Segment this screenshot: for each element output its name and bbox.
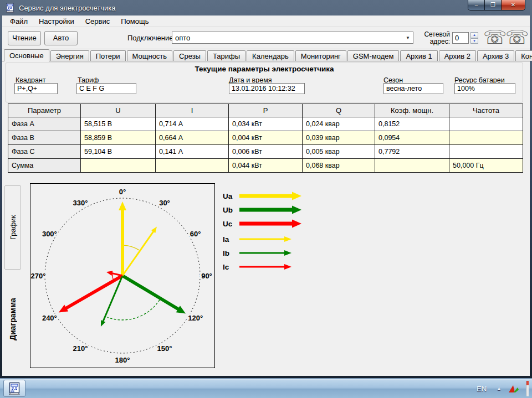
datetime-field[interactable]: [229, 83, 305, 94]
tray-pointer-icon[interactable]: [508, 383, 520, 394]
system-tray: EN ▲: [477, 379, 529, 398]
angle-label: 60°: [190, 230, 201, 238]
table-cell: [375, 159, 449, 173]
network-address-input[interactable]: [452, 32, 469, 44]
column-header: Q: [303, 104, 375, 117]
maximize-button[interactable]: ❐: [485, 0, 502, 10]
side-tab-diagramma[interactable]: Диаграмма: [3, 272, 22, 367]
menu-help[interactable]: Помощь: [115, 16, 154, 27]
spin-down-icon[interactable]: ▼: [470, 38, 478, 44]
vector-Ia: [122, 231, 154, 276]
table-cell: 0,141 А: [156, 145, 229, 159]
table-row: Фаза B58,859 В0,664 А0,004 кВт0,039 квар…: [8, 131, 523, 145]
main-tab-3[interactable]: Потери: [90, 50, 126, 61]
column-header: Коэф. мощн.: [375, 104, 449, 117]
table-cell: 0,006 кВт: [229, 145, 303, 159]
side-tab-grafik[interactable]: График: [4, 185, 21, 270]
table-cell: [156, 159, 229, 173]
angle-label: 270°: [31, 272, 46, 280]
table-cell: 0,004 кВт: [229, 131, 303, 145]
angle-label: 0°: [119, 188, 126, 196]
table-cell: 0,068 квар: [303, 159, 375, 173]
menu-settings[interactable]: Настройки: [33, 16, 80, 27]
main-tab-5[interactable]: Срезы: [173, 50, 206, 61]
season-field[interactable]: [383, 83, 443, 94]
table-cell: 58,859 В: [81, 131, 156, 145]
read-button[interactable]: Чтение: [8, 31, 41, 45]
taskbar-edge-item[interactable]: [526, 381, 529, 396]
taskbar-app-icon: [8, 382, 21, 395]
row-label: Фаза B: [8, 131, 81, 145]
main-tab-10[interactable]: Архив 1: [400, 50, 437, 61]
legend-item-Uc: Uc: [223, 219, 304, 229]
table-cell: 58,515 В: [81, 117, 156, 131]
table-cell: [449, 131, 523, 145]
language-indicator[interactable]: EN: [477, 385, 487, 393]
menu-file[interactable]: Файл: [4, 16, 33, 27]
main-tab-7[interactable]: Календарь: [247, 50, 294, 61]
main-tab-8[interactable]: Мониторинг: [295, 50, 346, 61]
screen: Сервис для электросчетчика – ❐ ✕ Файл На…: [0, 0, 532, 398]
main-tab-6[interactable]: Тарифы: [207, 50, 245, 61]
table-cell: [449, 117, 523, 131]
legend-arrow-Ia: [238, 235, 304, 244]
table-cell: 0,024 квар: [303, 117, 375, 131]
battery-field[interactable]: [454, 83, 515, 94]
network-address-stepper: ▲ ▼: [470, 32, 478, 44]
main-tab-1[interactable]: Основные: [4, 49, 49, 61]
main-tab-11[interactable]: Архив 2: [439, 50, 476, 61]
tab-strip: ОсновныеЭнергияПотериМощностьСрезыТарифы…: [2, 49, 530, 61]
title-bar[interactable]: Сервис для электросчетчика – ❐ ✕: [0, 0, 532, 15]
legend-item-Ib: Ib: [223, 248, 304, 258]
taskbar: EN ▲: [0, 378, 532, 398]
vector-head-Ic: [106, 271, 113, 276]
table-cell: 0,664 А: [156, 131, 229, 145]
table-cell: 0,8152: [375, 117, 449, 131]
phasor-svg: 0°30°60°90°120°150°180°210°240°270°300°3…: [30, 184, 214, 368]
tariff-field[interactable]: [76, 83, 136, 94]
phase-angle-arc: [108, 300, 160, 320]
column-header: U: [81, 104, 156, 117]
table-cell: 59,104 В: [81, 145, 156, 159]
auto-button[interactable]: Авто: [44, 31, 78, 45]
close-button[interactable]: ✕: [502, 0, 525, 10]
main-tab-13[interactable]: Конфигурация: [515, 50, 532, 61]
legend-arrow-Ib: [238, 249, 304, 257]
chevron-down-icon[interactable]: ▼: [403, 35, 413, 40]
legend-label: Ua: [223, 192, 238, 200]
row-label: Фаза C: [8, 145, 81, 159]
table-body: Фаза A58,515 В0,714 А0,034 кВт0,024 квар…: [8, 117, 523, 173]
quadrant-field[interactable]: [14, 83, 58, 94]
phone-disconnect-icon[interactable]: ☏: [505, 26, 529, 48]
main-tab-12[interactable]: Архив 3: [477, 50, 514, 61]
tab-page-main: Текущие параметры электросчетчика Квадра…: [2, 61, 530, 376]
vector-Ub: [122, 276, 179, 309]
taskbar-app-button[interactable]: [3, 380, 25, 397]
angle-label: 210°: [73, 344, 88, 353]
minimize-button[interactable]: –: [468, 0, 485, 10]
phasor-diagram-panel: 0°30°60°90°120°150°180°210°240°270°300°3…: [30, 183, 215, 368]
main-tab-9[interactable]: GSM-модем: [347, 50, 400, 61]
menu-service[interactable]: Сервис: [80, 16, 116, 27]
spin-up-icon[interactable]: ▲: [470, 32, 478, 38]
tray-expand-icon[interactable]: ▲: [497, 386, 502, 391]
connection-combobox[interactable]: опто ▼: [172, 32, 413, 44]
table-cell: 0,005 квар: [303, 145, 375, 159]
app-window: Сервис для электросчетчика – ❐ ✕ Файл На…: [0, 0, 532, 378]
row-label: Сумма: [8, 159, 81, 173]
legend-arrow-Ic: [238, 262, 304, 271]
window-title: Сервис для электросчетчика: [19, 4, 115, 12]
legend-item-Ic: Ic: [223, 262, 304, 272]
table-header-row: ПараметрUIPQКоэф. мощн.Частота: [8, 104, 523, 117]
main-tab-2[interactable]: Энергия: [50, 50, 89, 61]
angle-label: 120°: [188, 314, 203, 322]
window-body: Файл Настройки Сервис Помощь Чтение Авто…: [2, 15, 530, 376]
phone-connect-icon[interactable]: ☏: [483, 26, 507, 48]
main-tab-4[interactable]: Мощность: [127, 50, 173, 61]
table-row: Фаза C59,104 В0,141 А0,006 кВт0,005 квар…: [8, 145, 523, 159]
table-cell: 50,000 Гц: [449, 159, 523, 173]
table-cell: [449, 145, 523, 159]
column-header: I: [156, 104, 229, 117]
column-header: P: [229, 104, 303, 117]
legend-label: Ub: [223, 206, 238, 214]
